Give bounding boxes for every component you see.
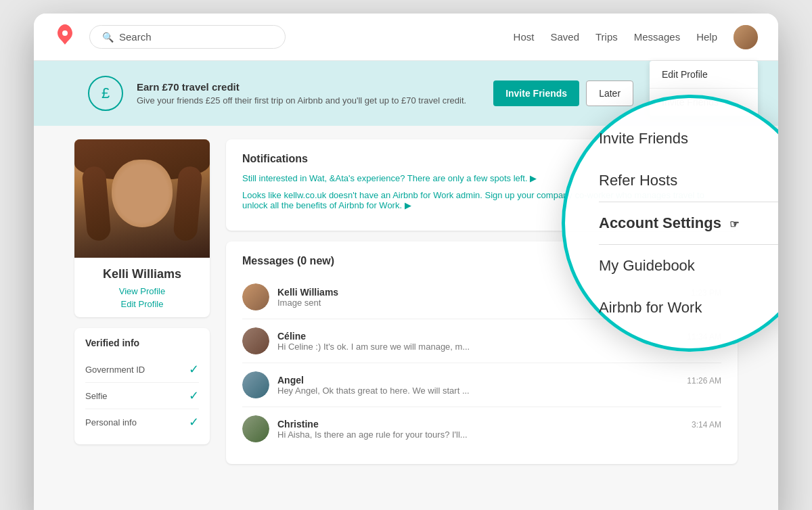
verified-info-box: Verified info Government ID ✓ Selfie ✓ P… <box>74 328 210 444</box>
message-item-2[interactable]: Angel 11:26 AM Hey Angel, Ok thats great… <box>242 363 721 407</box>
msg-avatar-1 <box>242 327 269 354</box>
nav-saved[interactable]: Saved <box>550 31 579 43</box>
msg-info-2: Angel 11:26 AM Hey Angel, Ok thats great… <box>277 375 721 396</box>
user-links: View Profile Edit Profile <box>83 286 202 309</box>
msg-preview-3: Hi Aisha, Is there an age rule for your … <box>277 430 721 440</box>
verified-personal-info: Personal info ✓ <box>85 409 199 435</box>
msg-info-3: Christine 3:14 AM Hi Aisha, Is there an … <box>277 419 721 440</box>
nav-trips[interactable]: Trips <box>595 31 618 43</box>
user-photo <box>74 139 210 258</box>
nav-messages[interactable]: Messages <box>634 31 680 43</box>
msg-time-3: 3:14 AM <box>692 420 721 430</box>
msg-name-2: Angel <box>277 375 304 386</box>
airbnb-logo[interactable] <box>54 24 76 50</box>
later-button[interactable]: Later <box>586 80 633 106</box>
personal-info-label: Personal info <box>85 417 137 427</box>
msg-avatar-img-3 <box>242 415 269 442</box>
verified-government-id: Government ID ✓ <box>85 356 199 383</box>
msg-time-2: 11:26 AM <box>687 376 721 386</box>
government-id-label: Government ID <box>85 365 145 375</box>
circle-menu-my-guidebook[interactable]: My Guidebook <box>599 245 778 287</box>
nav-host[interactable]: Host <box>514 31 535 43</box>
msg-header-2: Angel 11:26 AM <box>277 375 721 386</box>
msg-avatar-img-0 <box>242 283 269 310</box>
dropdown-edit-profile[interactable]: Edit Profile <box>650 61 758 89</box>
nav-help[interactable]: Help <box>696 31 717 43</box>
banner-actions: Invite Friends Later <box>493 80 633 106</box>
verified-title: Verified info <box>85 338 199 348</box>
edit-profile-link[interactable]: Edit Profile <box>121 299 164 309</box>
msg-avatar-3 <box>242 415 269 442</box>
msg-name-3: Christine <box>277 419 319 430</box>
avatar-image <box>734 25 758 49</box>
government-id-check: ✓ <box>189 362 199 377</box>
personal-info-check: ✓ <box>189 415 199 430</box>
circle-menu-account-settings[interactable]: Account Settings ☞ <box>599 202 778 244</box>
sidebar: Kelli Williams View Profile Edit Profile… <box>74 139 210 507</box>
search-icon: 🔍 <box>102 32 114 43</box>
msg-avatar-img-1 <box>242 327 269 354</box>
banner-text: Earn £70 travel credit Give your friends… <box>137 81 466 106</box>
banner-description: Give your friends £25 off their first tr… <box>137 95 466 106</box>
user-avatar[interactable] <box>734 25 758 49</box>
msg-header-3: Christine 3:14 AM <box>277 419 721 430</box>
msg-avatar-2 <box>242 371 269 398</box>
navbar: 🔍 Search Host Saved Trips Messages Help <box>34 14 778 61</box>
user-card: Kelli Williams View Profile Edit Profile <box>74 139 210 317</box>
msg-avatar-0 <box>242 283 269 310</box>
msg-name-0: Kelli Williams <box>277 287 338 298</box>
selfie-check: ✓ <box>189 388 199 403</box>
banner-title: Earn £70 travel credit <box>137 81 466 93</box>
circle-menu-refer-hosts[interactable]: Refer Hosts <box>599 160 778 202</box>
view-profile-link[interactable]: View Profile <box>119 286 165 296</box>
invite-friends-button[interactable]: Invite Friends <box>493 80 579 106</box>
banner-icon: £ <box>88 76 123 111</box>
msg-avatar-img-2 <box>242 371 269 398</box>
cursor-icon: ☞ <box>729 218 739 231</box>
message-item-3[interactable]: Christine 3:14 AM Hi Aisha, Is there an … <box>242 407 721 450</box>
selfie-label: Selfie <box>85 391 108 401</box>
search-text: Search <box>119 31 152 43</box>
circle-menu-airbnb-for-work[interactable]: Airbnb for Work <box>599 287 778 329</box>
circle-menu-invite-friends[interactable]: Invite Friends <box>599 118 778 160</box>
verified-selfie: Selfie ✓ <box>85 383 199 409</box>
device-frame: 🔍 Search Host Saved Trips Messages Help … <box>34 14 778 510</box>
user-name-area: Kelli Williams View Profile Edit Profile <box>74 258 210 317</box>
msg-preview-2: Hey Angel, Ok thats great to here. We wi… <box>277 386 721 396</box>
search-bar[interactable]: 🔍 Search <box>89 25 286 49</box>
msg-name-1: Céline <box>277 331 306 342</box>
nav-links: Host Saved Trips Messages Help <box>514 25 758 49</box>
user-name: Kelli Williams <box>83 266 202 282</box>
